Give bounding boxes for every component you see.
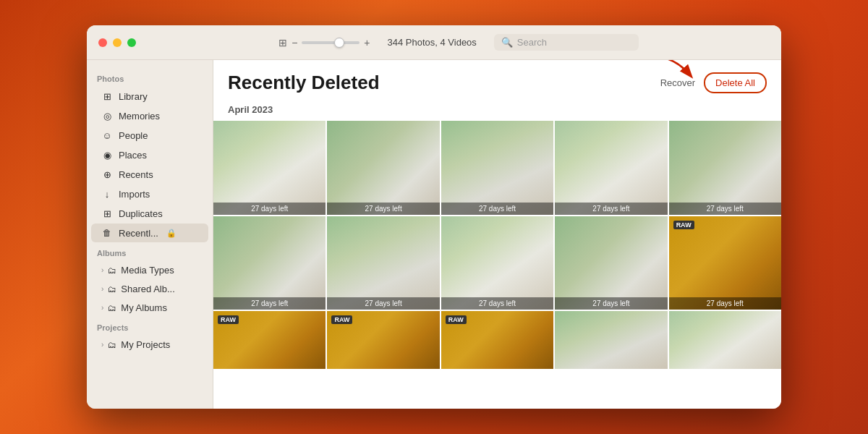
days-label: 27 days left xyxy=(213,203,326,215)
projects-section-label: Projects xyxy=(87,318,213,335)
raw-badge: RAW xyxy=(446,315,467,324)
photo-item[interactable] xyxy=(555,311,667,369)
photo-count: 344 Photos, 4 Videos xyxy=(388,37,477,48)
days-label: 27 days left xyxy=(669,297,781,310)
raw-badge: RAW xyxy=(673,221,694,229)
zoom-slider[interactable] xyxy=(302,41,359,44)
search-icon: 🔍 xyxy=(501,37,513,48)
chevron-icon: › xyxy=(101,266,103,274)
zoom-minus-label: − xyxy=(292,37,297,48)
sidebar-item-library[interactable]: ⊞ Library xyxy=(91,87,208,106)
days-label: 27 days left xyxy=(441,297,553,310)
content-area: Photos ⊞ Library ◎ Memories ☺ People ◉ P… xyxy=(87,60,781,409)
recover-button[interactable]: Recover xyxy=(660,77,695,88)
imports-icon: ↓ xyxy=(101,188,113,200)
main-panel: Recently Deleted Recover Delete All xyxy=(213,60,781,409)
raw-badge: RAW xyxy=(218,315,239,324)
minimize-button[interactable] xyxy=(113,38,122,47)
days-label: 27 days left xyxy=(327,297,439,310)
days-label: 27 days left xyxy=(555,297,667,310)
search-input[interactable] xyxy=(517,37,631,48)
sidebar-group-media-types[interactable]: › 🗂 Media Types xyxy=(91,261,208,279)
my-albums-icon: 🗂 xyxy=(108,303,116,313)
photos-section-label: Photos xyxy=(87,69,213,86)
photo-item[interactable] xyxy=(669,311,781,369)
app-window: ⊞ − + 344 Photos, 4 Videos 🔍 Photos ⊞ Li… xyxy=(87,25,781,409)
delete-all-button[interactable]: Delete All xyxy=(704,72,767,93)
sidebar-item-memories-label: Memories xyxy=(119,111,160,122)
photo-item[interactable]: RAW xyxy=(327,311,439,369)
photo-item[interactable]: 27 days left xyxy=(213,216,326,310)
places-icon: ◉ xyxy=(101,149,113,161)
zoom-monitor-icon: ⊞ xyxy=(278,37,287,48)
sidebar-item-recently-deleted-label: Recentl... xyxy=(119,228,158,239)
photo-row-2: 27 days left 27 days left 27 days left 2… xyxy=(213,216,781,310)
lock-icon: 🔒 xyxy=(166,229,176,238)
photo-item[interactable]: RAW xyxy=(441,311,553,369)
library-icon: ⊞ xyxy=(101,90,113,102)
traffic-lights xyxy=(98,38,136,47)
sidebar-item-recently-deleted[interactable]: 🗑 Recentl... 🔒 xyxy=(91,224,208,242)
people-icon: ☺ xyxy=(101,129,113,141)
sidebar-group-my-projects[interactable]: › 🗂 My Projects xyxy=(91,336,208,354)
shared-albums-icon: 🗂 xyxy=(108,284,116,294)
sidebar-item-recents-label: Recents xyxy=(119,169,153,180)
photo-item[interactable]: 27 days left xyxy=(441,216,553,310)
main-header: Recently Deleted Recover Delete All xyxy=(213,60,781,101)
photos-grid: 27 days left 27 days left 27 days left 2… xyxy=(213,121,781,409)
sidebar-group-my-albums-label: My Albums xyxy=(121,302,167,313)
photo-item[interactable]: 27 days left xyxy=(327,216,439,310)
duplicates-icon: ⊞ xyxy=(101,208,113,219)
sidebar-item-duplicates-label: Duplicates xyxy=(119,208,163,219)
sidebar-item-imports-label: Imports xyxy=(119,189,150,200)
albums-section-label: Albums xyxy=(87,243,213,260)
sidebar-item-places[interactable]: ◉ Places xyxy=(91,145,208,164)
zoom-plus-label: + xyxy=(364,37,370,48)
search-bar[interactable]: 🔍 xyxy=(494,34,639,51)
recently-deleted-icon: 🗑 xyxy=(101,227,113,239)
photo-item[interactable]: 27 days left xyxy=(441,121,553,215)
sidebar-group-my-projects-label: My Projects xyxy=(121,339,170,350)
photo-item[interactable]: 27 days left xyxy=(555,121,667,215)
photo-row-1: 27 days left 27 days left 27 days left 2… xyxy=(213,121,781,215)
date-label: April 2023 xyxy=(213,101,781,121)
sidebar-item-library-label: Library xyxy=(119,91,148,102)
sidebar-item-memories[interactable]: ◎ Memories xyxy=(91,106,208,125)
photo-row-3: RAW RAW RAW xyxy=(213,311,781,369)
days-label: 27 days left xyxy=(327,203,439,215)
sidebar-item-people[interactable]: ☺ People xyxy=(91,126,208,145)
chevron-icon-3: › xyxy=(101,304,103,312)
days-label: 27 days left xyxy=(213,297,326,310)
chevron-icon-4: › xyxy=(101,341,103,349)
raw-badge: RAW xyxy=(331,315,352,324)
sidebar-group-media-types-label: Media Types xyxy=(121,265,174,276)
days-label: 27 days left xyxy=(669,203,781,215)
fullscreen-button[interactable] xyxy=(127,38,136,47)
sidebar: Photos ⊞ Library ◎ Memories ☺ People ◉ P… xyxy=(87,60,213,409)
photo-item[interactable]: 27 days left xyxy=(327,121,439,215)
zoom-control: ⊞ − + xyxy=(278,37,370,48)
zoom-thumb[interactable] xyxy=(334,38,344,48)
sidebar-item-duplicates[interactable]: ⊞ Duplicates xyxy=(91,204,208,223)
sidebar-item-recents[interactable]: ⊕ Recents xyxy=(91,165,208,184)
sidebar-item-people-label: People xyxy=(119,130,148,141)
sidebar-item-imports[interactable]: ↓ Imports xyxy=(91,184,208,203)
photo-item[interactable]: 27 days left xyxy=(213,121,326,215)
photo-item[interactable]: 27 days left xyxy=(669,121,781,215)
days-label: 27 days left xyxy=(441,203,553,215)
photo-item[interactable]: RAW 27 days left xyxy=(669,216,781,310)
memories-icon: ◎ xyxy=(101,110,113,122)
sidebar-group-shared-albums-label: Shared Alb... xyxy=(121,284,174,294)
recents-icon: ⊕ xyxy=(101,169,113,180)
photo-item[interactable]: 27 days left xyxy=(555,216,667,310)
page-title: Recently Deleted xyxy=(228,72,380,94)
photo-item[interactable]: RAW xyxy=(213,311,326,369)
sidebar-item-places-label: Places xyxy=(119,150,147,161)
sidebar-group-shared-albums[interactable]: › 🗂 Shared Alb... xyxy=(91,280,208,298)
days-label: 27 days left xyxy=(555,203,667,215)
close-button[interactable] xyxy=(98,38,107,47)
chevron-icon-2: › xyxy=(101,285,103,293)
header-actions: Recover Delete All xyxy=(660,72,767,93)
titlebar: ⊞ − + 344 Photos, 4 Videos 🔍 xyxy=(87,25,781,60)
sidebar-group-my-albums[interactable]: › 🗂 My Albums xyxy=(91,299,208,317)
